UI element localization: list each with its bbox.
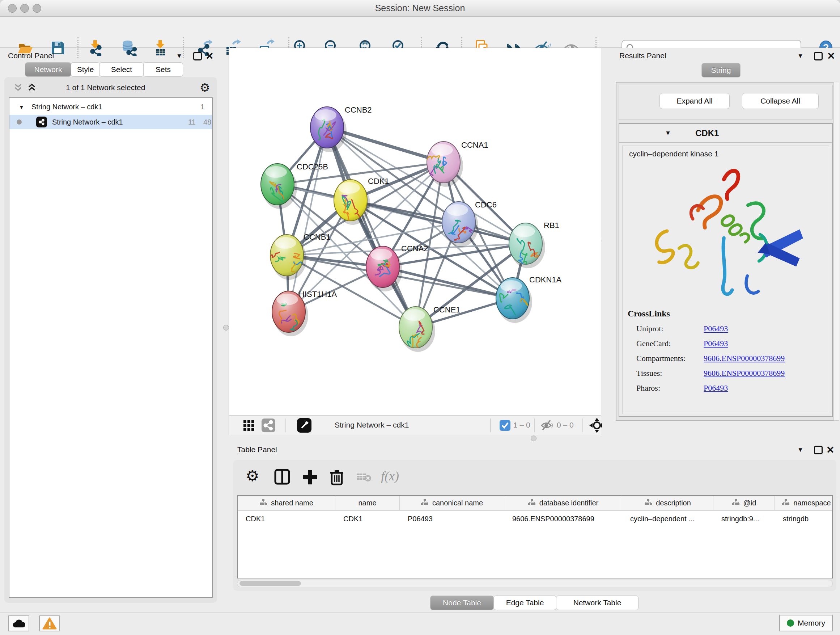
column-header-namespace[interactable]: namespace bbox=[775, 496, 838, 510]
table-tab-edge-table[interactable]: Edge Table bbox=[493, 595, 556, 610]
grid-view-icon[interactable] bbox=[243, 419, 255, 432]
gene-collapse-icon[interactable]: ▼ bbox=[665, 130, 671, 137]
network-view-toolbar: String Network – cdk1 1 – 0 0 – 0 bbox=[229, 415, 601, 435]
status-bar: Memory bbox=[0, 613, 840, 635]
results-panel-float-icon[interactable] bbox=[814, 52, 823, 60]
add-column-icon[interactable] bbox=[302, 469, 319, 486]
table-hscrollbar[interactable] bbox=[237, 580, 833, 587]
graph-edge-CCNB2-CCNE1[interactable] bbox=[327, 127, 416, 327]
gene-header-row[interactable]: ▼ CDK1 bbox=[619, 124, 832, 143]
network-canvas[interactable]: CCNB2CCNA1CDC25BCDK1CDC6RB1CCNB1CCNA2CDK… bbox=[229, 48, 601, 415]
crosslink-label: Tissues: bbox=[636, 369, 704, 378]
show-columns-icon[interactable] bbox=[274, 469, 291, 486]
graph-node-CCNA1[interactable]: CCNA1 bbox=[426, 141, 488, 187]
app-window: Session: New Session bbox=[0, 0, 840, 635]
birdseye-view-icon[interactable] bbox=[297, 418, 311, 432]
tab-style[interactable]: Style bbox=[71, 62, 100, 77]
expand-all-chevron-icon[interactable] bbox=[27, 82, 38, 93]
graph-node-CCNB2[interactable]: CCNB2 bbox=[310, 105, 372, 152]
crosslink-link[interactable]: P06493 bbox=[704, 339, 728, 348]
network-list-box: 1 of 1 Network selected ⚙ ▼ String Netwo… bbox=[4, 77, 217, 603]
graph-node-label: CCNA1 bbox=[461, 141, 488, 149]
column-header-shared-name[interactable]: shared name bbox=[238, 496, 335, 510]
column-header-name[interactable]: name bbox=[335, 496, 400, 510]
collection-expand-icon[interactable]: ▼ bbox=[19, 104, 24, 110]
table-tab-network-table[interactable]: Network Table bbox=[556, 595, 638, 610]
memory-button[interactable]: Memory bbox=[779, 615, 833, 631]
control-panel-menu-icon[interactable]: ▼ bbox=[176, 52, 182, 60]
table-toolbar: ⚙ f(x) bbox=[233, 460, 836, 494]
gene-entry: ▼ CDK1 cyclin–dependent kinase 1 bbox=[619, 123, 833, 417]
table-tab-node-table[interactable]: Node Table bbox=[430, 595, 494, 610]
hidden-eye-slash-icon[interactable] bbox=[540, 418, 554, 432]
cloud-button[interactable] bbox=[8, 616, 29, 631]
collapse-all-button[interactable]: Collapse All bbox=[742, 93, 819, 109]
graph-node-label: CDC25B bbox=[297, 162, 328, 171]
left-splitter-handle[interactable] bbox=[223, 325, 229, 331]
crosslink-link[interactable]: 9606.ENSP00000378699 bbox=[704, 354, 785, 363]
main-toolbar: ? bbox=[0, 17, 840, 48]
tab-network[interactable]: Network bbox=[25, 62, 71, 77]
column-type-icon bbox=[421, 499, 429, 508]
tab-string[interactable]: String bbox=[701, 63, 741, 78]
column-header-@id[interactable]: @id bbox=[714, 496, 775, 510]
crosslink-link[interactable]: P06493 bbox=[704, 383, 728, 393]
table-row[interactable]: CDK1CDK1P064939606.ENSP00000378699cyclin… bbox=[238, 511, 832, 526]
crosslink-link[interactable]: P06493 bbox=[704, 324, 728, 333]
table-panel: Table Panel ▼ ✕ ⚙ f(x) shared namenameca… bbox=[229, 441, 840, 613]
graph-node-label: CCNE1 bbox=[433, 305, 461, 314]
graph-node-label: CDK1 bbox=[368, 177, 389, 186]
column-header-database-identifier[interactable]: database identifier bbox=[504, 496, 622, 510]
table-cell: stringdb bbox=[775, 511, 838, 526]
collapse-all-chevron-icon[interactable] bbox=[13, 82, 24, 93]
results-panel-menu-icon[interactable]: ▼ bbox=[797, 52, 804, 60]
network-edge-count: 48 bbox=[203, 118, 211, 126]
column-header-description[interactable]: description bbox=[622, 496, 714, 510]
gene-details: cyclin–dependent kinase 1 bbox=[622, 146, 829, 414]
network-type-icon bbox=[36, 117, 47, 127]
graph-node-label: CDC6 bbox=[475, 200, 497, 209]
crosslink-label: Uniprot: bbox=[636, 324, 704, 333]
tab-sets[interactable]: Sets bbox=[143, 62, 183, 77]
node-table: shared namenamecanonical namedatabase id… bbox=[237, 495, 833, 578]
network-options-gear-icon[interactable]: ⚙ bbox=[200, 81, 210, 95]
graph-node-CCNE1[interactable]: CCNE1 bbox=[399, 305, 461, 352]
control-panel-close-icon[interactable]: ✕ bbox=[205, 51, 214, 61]
crosslink-link[interactable]: 9606.ENSP00000378699 bbox=[704, 369, 785, 378]
column-label: shared name bbox=[271, 499, 313, 507]
network-share-icon[interactable] bbox=[262, 418, 275, 432]
table-cell: CDK1 bbox=[335, 511, 400, 526]
control-panel-float-icon[interactable] bbox=[193, 52, 202, 60]
table-cell: P06493 bbox=[400, 511, 504, 526]
graph-node-RB1[interactable]: RB1 bbox=[509, 221, 559, 268]
selected-checkbox-icon[interactable] bbox=[500, 420, 510, 431]
table-panel-close-icon[interactable]: ✕ bbox=[826, 445, 835, 455]
crosslink-row: Compartments:9606.ENSP00000378699 bbox=[628, 354, 785, 363]
graph-node-CCNA2[interactable]: CCNA2 bbox=[366, 244, 428, 291]
table-hscroll-thumb[interactable] bbox=[240, 581, 301, 586]
column-header-canonical-name[interactable]: canonical name bbox=[400, 496, 504, 510]
delete-column-icon[interactable] bbox=[328, 469, 346, 486]
graph-node-CCNB1[interactable]: CCNB1 bbox=[269, 233, 330, 280]
results-panel-close-icon[interactable]: ✕ bbox=[827, 51, 835, 61]
bottom-splitter-handle[interactable] bbox=[531, 435, 537, 441]
column-type-icon bbox=[644, 499, 652, 508]
crosslink-label: Pharos: bbox=[636, 383, 704, 393]
graph-node-CDC6[interactable]: CDC6 bbox=[442, 200, 497, 247]
graph-node-CDKN1A[interactable]: CDKN1A bbox=[496, 275, 562, 323]
table-cell: CDK1 bbox=[238, 511, 335, 526]
network-row[interactable]: String Network – cdk1 11 48 bbox=[9, 115, 212, 129]
table-settings-gear-icon[interactable]: ⚙ bbox=[246, 469, 263, 486]
memory-label: Memory bbox=[798, 619, 825, 627]
results-scrollbar[interactable] bbox=[834, 82, 839, 421]
table-panel-menu-icon[interactable]: ▼ bbox=[797, 447, 804, 454]
expand-all-button[interactable]: Expand All bbox=[660, 93, 729, 109]
network-list-header: 1 of 1 Network selected ⚙ bbox=[4, 80, 217, 95]
graph-node-HIST1H1A[interactable]: HIST1H1A bbox=[272, 290, 337, 336]
tab-select[interactable]: Select bbox=[99, 62, 144, 77]
cloud-icon bbox=[11, 618, 26, 629]
graph-node-label: RB1 bbox=[544, 221, 559, 230]
table-panel-float-icon[interactable] bbox=[814, 446, 823, 454]
warning-button[interactable] bbox=[39, 616, 60, 631]
network-collection-row[interactable]: ▼ String Network – cdk1 1 bbox=[9, 100, 212, 114]
